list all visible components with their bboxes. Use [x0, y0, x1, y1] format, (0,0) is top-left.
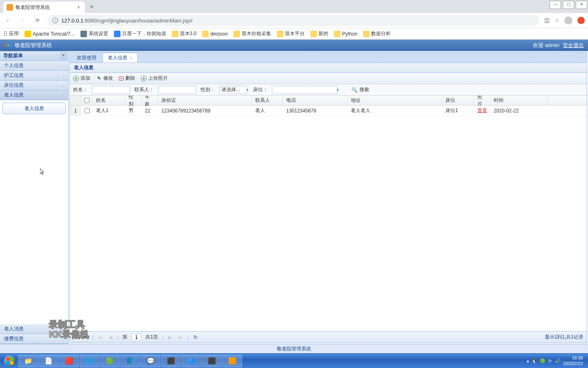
bookmark-item[interactable]: 苗木平台 — [277, 30, 305, 37]
gear-icon — [80, 31, 87, 37]
bookmark-item[interactable]: 新的 — [310, 30, 328, 37]
bookmarks-bar: ⠿应用 Apache Tomcat/7... 系统设置 百度一下，你就知道 苗木… — [0, 28, 588, 39]
browser-nav-right: ⚿ ☆ — [544, 16, 585, 25]
extension-icon[interactable] — [577, 17, 585, 24]
nav-item-nurse[interactable]: 护工信息⌄ — [0, 71, 68, 81]
last-page-button[interactable]: ⏭ — [177, 334, 183, 340]
nav-item-elder[interactable]: 老人信息⌃ — [0, 90, 68, 100]
minus-icon: − — [119, 76, 124, 81]
select-all-checkbox[interactable] — [84, 98, 89, 103]
tab-close-icon[interactable]: × — [130, 56, 132, 61]
table-row[interactable]: 1 老人1 男 22 123456789123456789 老人 1301234… — [70, 105, 587, 116]
page-prefix: 第 — [122, 334, 127, 341]
nav-item-personal[interactable]: 个人信息⌄ — [0, 61, 68, 71]
toolbar: +添加 ✎修改 −删除 +上传照片 — [70, 73, 587, 84]
total-pages: 共1页 — [145, 334, 158, 341]
content-area: 欢迎使用 老人信息 × 老人信息 +添加 ✎修改 −删除 +上传照片 姓名： 联… — [69, 52, 587, 343]
tab-welcome[interactable]: 欢迎使用 — [71, 53, 102, 63]
tomcat-icon — [24, 31, 31, 37]
sidebar-collapse-button[interactable]: « — [60, 53, 67, 59]
sub-nav-elder-info[interactable]: 老人信息 — [2, 103, 66, 114]
col-photo[interactable]: 照片 — [474, 96, 490, 105]
col-address[interactable]: 地址 — [347, 96, 442, 105]
view-photo-link[interactable]: 查看 — [477, 107, 487, 114]
cell-gender: 男 — [125, 105, 142, 116]
folder-icon — [202, 31, 209, 37]
first-page-button[interactable]: ⏮ — [97, 334, 104, 340]
maximize-button[interactable]: ▢ — [563, 1, 574, 9]
nav-item-payment[interactable]: 缴费信息⌄ — [0, 334, 68, 344]
folder-icon — [234, 31, 240, 37]
profile-avatar-icon[interactable] — [564, 16, 572, 25]
url-port: :8080 — [83, 18, 97, 24]
col-name[interactable]: 姓名 — [93, 96, 125, 105]
minimize-button[interactable]: — — [550, 1, 561, 9]
tab-elder-info[interactable]: 老人信息 × — [102, 53, 138, 63]
page-display-info: 显示1到1,共1记录 — [545, 334, 584, 341]
pencil-icon: ✎ — [96, 76, 102, 81]
browser-tab-strip: 敬老院管理系统 × + — ▢ ✕ — [0, 0, 588, 13]
bookmark-item[interactable]: Python — [334, 31, 357, 37]
favicon-icon — [7, 4, 13, 11]
bookmark-item[interactable]: 系统设置 — [80, 30, 108, 37]
edit-button[interactable]: ✎修改 — [96, 75, 113, 82]
back-button[interactable]: ← — [3, 16, 13, 25]
apps-button[interactable]: ⠿应用 — [3, 30, 19, 37]
close-button[interactable]: ✕ — [576, 1, 587, 9]
col-id-number[interactable]: 身份证 — [158, 96, 252, 105]
grid-header-row: 姓名 性别 年龄 身份证 联系人 电话 地址 床位 照片 时间 — [70, 96, 587, 105]
bookmark-item[interactable]: 百度一下，你就知道 — [114, 30, 166, 37]
delete-button[interactable]: −删除 — [119, 75, 135, 82]
chevron-down-icon: ⌄ — [62, 83, 65, 88]
folder-icon — [277, 31, 283, 37]
page-size-select[interactable]: 10 — [73, 333, 88, 341]
next-page-button[interactable]: ▶ — [167, 334, 173, 340]
col-phone[interactable]: 电话 — [283, 96, 347, 105]
upload-photo-button[interactable]: +上传照片 — [141, 75, 168, 82]
col-contact[interactable]: 联系人 — [252, 96, 283, 105]
panel-title: 老人信息 — [70, 63, 587, 73]
tab-close-icon[interactable]: × — [76, 4, 82, 10]
bookmark-item[interactable]: 苗木3.0 — [172, 30, 197, 37]
bookmark-item[interactable]: Apache Tomcat/7... — [24, 31, 75, 37]
address-bar[interactable]: i 127.0.0.1:8080/cgm0jinglaoyuan/houtai/… — [47, 15, 539, 26]
reload-button[interactable]: ⟳ — [33, 16, 42, 25]
refresh-button[interactable]: ↻ — [193, 334, 198, 340]
col-gender[interactable]: 性别 — [125, 96, 142, 105]
contact-input[interactable] — [158, 86, 196, 94]
gender-select[interactable]: 请选择... — [219, 86, 247, 94]
cell-id: 123456789123456789 — [158, 105, 252, 116]
search-button[interactable]: 🔍搜索 — [352, 86, 369, 93]
gender-label: 性别： — [200, 86, 215, 93]
bookmark-item[interactable]: 数据分析 — [363, 30, 391, 37]
col-time[interactable]: 时间 — [490, 96, 548, 105]
app-logo-icon — [4, 44, 12, 47]
nav-item-elder-msg[interactable]: 老人消息⌄ — [0, 324, 68, 334]
bed-select[interactable] — [272, 86, 337, 94]
taskbar: 📁 📄 🟥 🌐 🟢 📘 💬 ⬛ 🔷 ⬛ 🟧 ▴ 🐧 🟢 🏳 🔊 18:36 20… — [0, 353, 588, 354]
add-button[interactable]: +添加 — [73, 75, 90, 82]
page-number-input[interactable] — [131, 334, 141, 341]
row-checkbox[interactable] — [85, 108, 90, 113]
cell-age: 22 — [142, 105, 158, 116]
browser-tab[interactable]: 敬老院管理系统 × — [3, 2, 85, 13]
url-path: /cgm0jinglaoyuan/houtai/adminMain.jsp# — [97, 18, 193, 24]
bed-label: 床位： — [253, 86, 268, 93]
logout-link[interactable]: 安全退出 — [563, 42, 584, 49]
bookmark-star-icon[interactable]: ☆ — [555, 18, 559, 23]
site-info-icon[interactable]: i — [52, 18, 58, 23]
bookmark-item[interactable]: destoon — [202, 31, 228, 37]
col-bed[interactable]: 床位 — [442, 96, 474, 105]
key-icon[interactable]: ⚿ — [544, 17, 550, 24]
chevron-down-icon: ⌄ — [62, 73, 65, 78]
plus-icon: + — [73, 76, 79, 81]
name-input[interactable] — [92, 86, 130, 94]
bookmark-item[interactable]: 苗木价格采集 — [234, 30, 271, 37]
sidebar: 导航菜单 « 个人信息⌄ 护工信息⌄ 床位信息⌄ 老人信息⌃ 老人信息 老人消息… — [0, 51, 69, 344]
new-tab-button[interactable]: + — [90, 3, 94, 11]
forward-button[interactable]: → — [18, 16, 28, 25]
cell-time: 2020-02-22 — [490, 105, 548, 116]
prev-page-button[interactable]: ◀ — [108, 334, 113, 340]
col-age[interactable]: 年龄 — [142, 96, 158, 105]
nav-item-bed[interactable]: 床位信息⌄ — [0, 81, 68, 90]
